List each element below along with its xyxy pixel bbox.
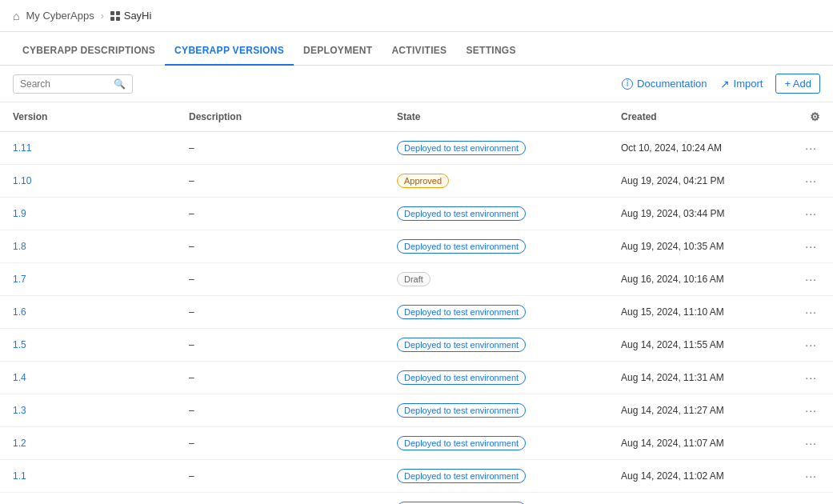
more-options-button[interactable]: ···	[802, 271, 820, 287]
cell-description: –	[176, 132, 384, 165]
version-link[interactable]: 1.11	[13, 142, 31, 154]
cell-description: –	[176, 460, 384, 493]
cell-created: Oct 10, 2024, 10:24 AM	[608, 132, 789, 165]
tab-deployment[interactable]: DEPLOYMENT	[294, 37, 382, 66]
cell-description: –	[176, 296, 384, 329]
table-row: 1.2 – Deployed to test environment Aug 1…	[0, 427, 833, 460]
cell-description: –	[176, 394, 384, 427]
tab-cyberapp-descriptions[interactable]: CYBERAPP DESCRIPTIONS	[13, 37, 165, 66]
status-badge: Deployed to test environment	[397, 141, 526, 155]
cell-state: Deployed to test environment	[384, 132, 608, 165]
status-badge: Deployed to test environment	[397, 469, 526, 483]
documentation-button[interactable]: i Documentation	[622, 78, 707, 90]
more-options-button[interactable]: ···	[802, 173, 820, 189]
status-badge: Deployed to test environment	[397, 305, 526, 319]
col-header-created: Created	[608, 102, 789, 132]
more-options-button[interactable]: ···	[802, 238, 820, 254]
table-row: 1.4 – Deployed to test environment Aug 1…	[0, 362, 833, 394]
search-icon[interactable]: 🔍	[114, 78, 126, 90]
version-link[interactable]: 1.6	[13, 306, 26, 318]
toolbar: 🔍 i Documentation ↗ Import + Add	[0, 66, 833, 102]
table-row: 1.0 – Deployed to test environment Jul 3…	[0, 493, 833, 505]
status-badge: Deployed to test environment	[397, 370, 526, 385]
cell-created: Aug 19, 2024, 10:35 AM	[608, 230, 789, 263]
cell-version: 1.11	[0, 132, 176, 165]
cell-version: 1.3	[0, 394, 176, 427]
more-options-button[interactable]: ···	[802, 501, 820, 504]
more-options-button[interactable]: ···	[802, 402, 820, 418]
table-row: 1.3 – Deployed to test environment Aug 1…	[0, 394, 833, 427]
cell-state: Deployed to test environment	[384, 427, 608, 460]
status-badge: Deployed to test environment	[397, 338, 526, 352]
breadcrumb-parent[interactable]: My CyberApps	[26, 10, 94, 22]
cell-state: Draft	[384, 263, 608, 296]
add-button[interactable]: + Add	[775, 74, 820, 94]
cell-created: Aug 14, 2024, 11:27 AM	[608, 394, 789, 427]
breadcrumb-current: SayHi	[110, 10, 152, 22]
versions-table: Version Description State Created ⚙ 1.11…	[0, 102, 833, 504]
table-header-row: Version Description State Created ⚙	[0, 102, 833, 132]
tab-bar: CYBERAPP DESCRIPTIONS CYBERAPP VERSIONS …	[0, 32, 833, 66]
cell-description: –	[176, 230, 384, 263]
more-options-button[interactable]: ···	[802, 468, 820, 484]
cell-created: Aug 19, 2024, 04:21 PM	[608, 165, 789, 198]
import-icon: ↗	[720, 78, 730, 90]
status-badge: Deployed to test environment	[397, 206, 526, 221]
more-options-button[interactable]: ···	[802, 435, 820, 451]
cell-description: –	[176, 427, 384, 460]
version-link[interactable]: 1.7	[13, 274, 26, 285]
col-header-state: State	[384, 102, 608, 132]
version-link[interactable]: 1.3	[13, 405, 26, 416]
table-row: 1.9 – Deployed to test environment Aug 1…	[0, 198, 833, 230]
cell-version: 1.5	[0, 329, 176, 362]
cell-description: –	[176, 165, 384, 198]
version-link[interactable]: 1.9	[13, 208, 26, 219]
cell-description: –	[176, 493, 384, 505]
table-row: 1.1 – Deployed to test environment Aug 1…	[0, 460, 833, 493]
tab-cyberapp-versions[interactable]: CYBERAPP VERSIONS	[165, 37, 294, 66]
version-link[interactable]: 1.10	[13, 175, 31, 186]
cell-state: Deployed to test environment	[384, 198, 608, 230]
version-link[interactable]: 1.8	[13, 241, 26, 252]
version-link[interactable]: 1.4	[13, 372, 26, 383]
cell-created: Aug 14, 2024, 11:07 AM	[608, 427, 789, 460]
cell-actions: ···	[789, 329, 833, 362]
more-options-button[interactable]: ···	[802, 206, 820, 222]
cell-version: 1.1	[0, 460, 176, 493]
version-link[interactable]: 1.2	[13, 438, 26, 449]
table-row: 1.8 – Deployed to test environment Aug 1…	[0, 230, 833, 263]
cell-description: –	[176, 198, 384, 230]
cell-actions: ···	[789, 263, 833, 296]
cell-actions: ···	[789, 296, 833, 329]
more-options-button[interactable]: ···	[802, 370, 820, 386]
table-row: 1.6 – Deployed to test environment Aug 1…	[0, 296, 833, 329]
more-options-button[interactable]: ···	[802, 304, 820, 320]
cell-created: Aug 14, 2024, 11:55 AM	[608, 329, 789, 362]
tab-activities[interactable]: ACTIVITIES	[382, 37, 456, 66]
cell-state: Deployed to test environment	[384, 394, 608, 427]
more-options-button[interactable]: ···	[802, 140, 820, 156]
cell-version: 1.10	[0, 165, 176, 198]
search-input[interactable]	[20, 78, 114, 90]
version-link[interactable]: 1.1	[13, 470, 26, 482]
tab-settings[interactable]: SETTINGS	[456, 37, 525, 66]
cell-created: Aug 16, 2024, 10:16 AM	[608, 263, 789, 296]
cell-actions: ···	[789, 230, 833, 263]
version-link[interactable]: 1.5	[13, 339, 26, 350]
cell-description: –	[176, 362, 384, 394]
cell-actions: ···	[789, 493, 833, 505]
import-button[interactable]: ↗ Import	[720, 78, 763, 90]
cell-version: 1.0	[0, 493, 176, 505]
cell-version: 1.8	[0, 230, 176, 263]
table-row: 1.10 – Approved Aug 19, 2024, 04:21 PM ·…	[0, 165, 833, 198]
cell-version: 1.4	[0, 362, 176, 394]
cell-state: Approved	[384, 165, 608, 198]
cell-version: 1.6	[0, 296, 176, 329]
home-icon: ⌂	[13, 10, 19, 22]
cell-state: Deployed to test environment	[384, 460, 608, 493]
toolbar-actions: i Documentation ↗ Import + Add	[622, 74, 820, 94]
gear-icon[interactable]: ⚙	[810, 110, 820, 123]
more-options-button[interactable]: ···	[802, 337, 820, 353]
top-navigation: ⌂ My CyberApps › SayHi	[0, 0, 833, 32]
cell-created: Aug 19, 2024, 03:44 PM	[608, 198, 789, 230]
